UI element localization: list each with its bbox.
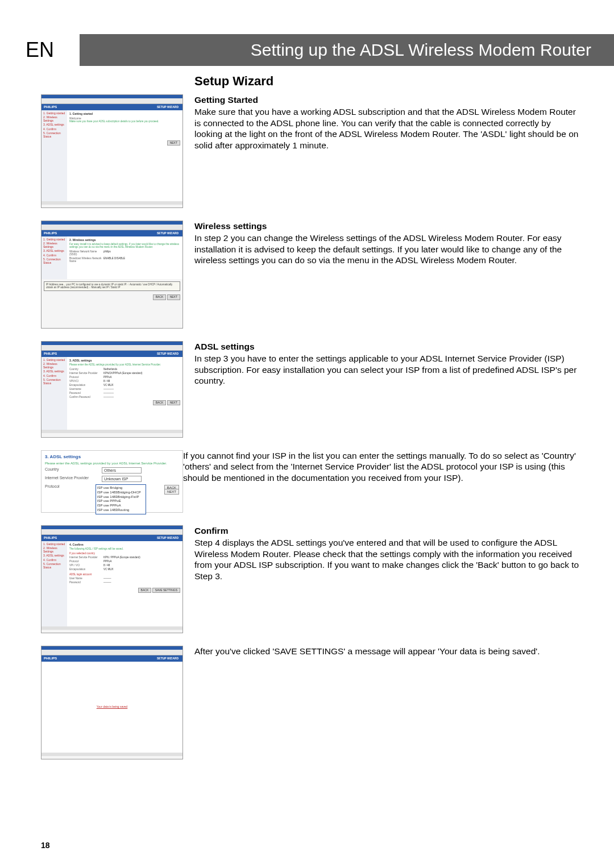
save-settings-button[interactable]: SAVE SETTINGS <box>152 588 180 593</box>
page-title: Setting up the ADSL Wireless Modem Route… <box>80 34 614 66</box>
page-number: 18 <box>41 841 50 850</box>
row-confirm: PHILIPSSETUP WIZARD 1. Getting started 2… <box>41 525 580 633</box>
back-button[interactable]: BACK <box>138 588 152 593</box>
next-button[interactable]: NEXT <box>167 140 180 146</box>
country-select[interactable]: Others <box>102 467 142 474</box>
isp-select[interactable]: Unknown ISP <box>102 476 142 482</box>
screenshot-saved: PHILIPSSETUP WIZARD Your data is being s… <box>41 646 183 759</box>
next-button[interactable]: NEXT <box>164 489 179 495</box>
text-adsl-settings: ADSL settings In step 3 you have to ente… <box>194 341 580 387</box>
text-getting-started: Getting Started Make sure that you have … <box>194 94 580 151</box>
text-wireless-settings: Wireless settings In step 2 you can chan… <box>194 221 580 266</box>
screenshot-wireless-settings: PHILIPSSETUP WIZARD 1. Getting started 2… <box>41 221 183 329</box>
protocol-list[interactable]: ISP use Bridging ISP use 1483Bridging-DH… <box>96 484 146 514</box>
next-button[interactable]: NEXT <box>167 400 180 406</box>
row-wireless-settings: PHILIPSSETUP WIZARD 1. Getting started 2… <box>41 221 580 329</box>
row-saved: PHILIPSSETUP WIZARD Your data is being s… <box>41 646 580 759</box>
row-adsl-settings: PHILIPSSETUP WIZARD 1. Getting started 2… <box>41 341 580 438</box>
screenshot-getting-started: PHILIPSSETUP WIZARD 1. Getting started 2… <box>41 94 183 208</box>
row-adsl-others: 3. ADSL settings Please enter the ADSL s… <box>41 450 580 513</box>
screenshot-adsl-settings: PHILIPSSETUP WIZARD 1. Getting started 2… <box>41 341 183 438</box>
saving-message: Your data is being saved <box>97 705 128 709</box>
text-saved: After you've clicked 'SAVE SETTINGS' a m… <box>194 646 580 657</box>
back-button[interactable]: BACK <box>153 400 167 406</box>
back-button[interactable]: BACK <box>153 294 167 300</box>
language-badge: EN <box>0 34 80 66</box>
screenshot-adsl-others: 3. ADSL settings Please enter the ADSL s… <box>41 450 183 513</box>
page-header: EN Setting up the ADSL Wireless Modem Ro… <box>0 34 614 66</box>
section-heading: Setup Wizard <box>194 74 580 89</box>
text-adsl-others: If you cannot find your ISP in the list … <box>183 450 580 483</box>
row-getting-started: PHILIPSSETUP WIZARD 1. Getting started 2… <box>41 94 580 208</box>
page-content: Setup Wizard PHILIPSSETUP WIZARD 1. Gett… <box>41 74 580 772</box>
screenshot-confirm: PHILIPSSETUP WIZARD 1. Getting started 2… <box>41 525 183 633</box>
text-confirm: Confirm Step 4 displays the ADSL setting… <box>194 525 580 582</box>
next-button[interactable]: NEXT <box>167 294 180 300</box>
